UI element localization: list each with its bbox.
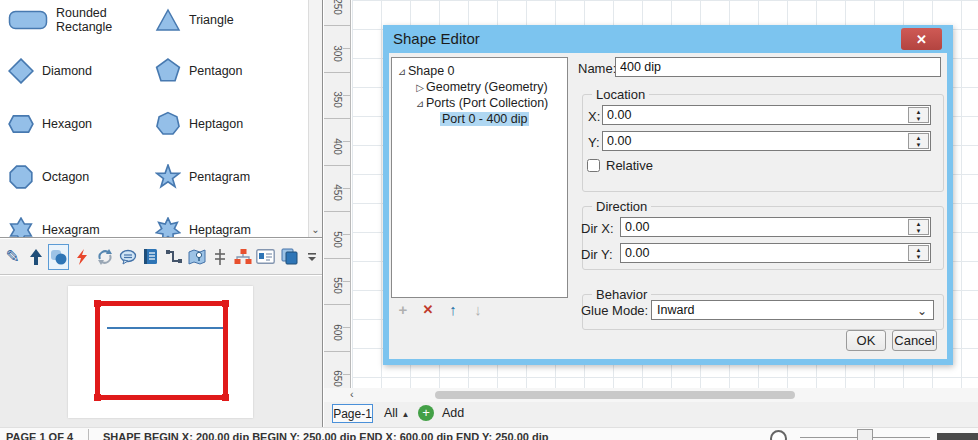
expand-collapse-icon[interactable]: ▷ [414, 80, 426, 96]
line-shape[interactable] [107, 327, 223, 329]
caret-up-icon: ▲ [401, 410, 409, 419]
selected-shape-rectangle[interactable] [95, 301, 228, 400]
palette-item-rounded-rectangle[interactable]: Rounded Rectangle [8, 0, 153, 43]
delete-node-icon[interactable]: ✕ [420, 300, 436, 318]
ok-button[interactable]: OK [846, 330, 886, 351]
add-node-icon[interactable]: + [395, 300, 411, 318]
rounded-rectangle-icon [8, 8, 48, 32]
lightning-icon[interactable] [71, 244, 92, 270]
status-bar: PAGE 1 OF 4 SHAPE BEGIN X: 200.00 dip BE… [0, 427, 978, 440]
name-input[interactable] [620, 59, 936, 75]
sync-icon[interactable] [94, 244, 115, 270]
shape-editor-dialog: Shape Editor ✕ ⊿Shape 0 ▷Geometry (Geome… [383, 25, 953, 365]
connector-icon[interactable] [163, 244, 184, 270]
spinner-up-icon: ▲ [916, 109, 922, 115]
y-spinner[interactable]: ▲▼ [908, 133, 929, 149]
tree-node-ports[interactable]: ⊿Ports (Port Collection) [392, 95, 567, 111]
spinner-down-icon: ▼ [916, 116, 922, 122]
diry-field-wrap: ▲▼ [620, 243, 931, 263]
preview-canvas[interactable] [68, 286, 253, 418]
dirx-field-wrap: ▲▼ [620, 217, 931, 237]
center-guide-icon[interactable] [209, 244, 230, 270]
dialog-body: ⊿Shape 0 ▷Geometry (Geometry) ⊿Ports (Po… [389, 53, 947, 359]
add-page-icon[interactable]: + [418, 405, 434, 421]
shapes-icon[interactable] [48, 244, 69, 270]
expand-collapse-icon[interactable]: ⊿ [414, 96, 426, 112]
y-input[interactable] [607, 133, 902, 149]
diry-spinner[interactable]: ▲▼ [908, 245, 929, 261]
palette-item-octagon[interactable]: Octagon [8, 154, 153, 200]
pentagon-icon [155, 58, 181, 84]
move-up-icon[interactable]: ↑ [445, 300, 461, 318]
spinner-down-icon: ▼ [916, 142, 922, 148]
palette-item-pentagram[interactable]: Pentagram [155, 154, 300, 200]
edit-pencil-icon[interactable]: ✎ [2, 244, 23, 270]
status-separator [88, 429, 89, 440]
tree-node-label: Ports (Port Collection) [426, 96, 548, 110]
glue-mode-select[interactable]: Inward ⌄ [651, 300, 934, 320]
resize-handle-ne[interactable] [222, 300, 229, 307]
palette-item-heptagram[interactable]: Heptagram [155, 207, 300, 238]
scroll-left-icon[interactable]: ‹ [350, 388, 354, 400]
palette-item-triangle[interactable]: Triangle [155, 0, 300, 43]
spinner-down-icon: ▼ [916, 254, 922, 260]
scroll-down-icon[interactable]: ⌄ [309, 224, 322, 235]
palette-item-label: Diamond [42, 64, 92, 78]
dirx-label: Dir X: [581, 221, 614, 236]
contact-card-icon[interactable] [255, 244, 276, 270]
palette-scrollbar[interactable]: ⌄ [308, 0, 322, 237]
x-spinner[interactable]: ▲▼ [908, 107, 929, 123]
relative-checkbox[interactable] [587, 159, 600, 172]
cancel-button[interactable]: Cancel [892, 330, 937, 351]
diry-input[interactable] [625, 245, 902, 261]
triangle-icon [155, 8, 181, 32]
vertical-ruler: 250 300 350 400 450 500 550 600 650 [324, 0, 351, 388]
resize-handle-se[interactable] [222, 394, 229, 401]
tree-node-shape0[interactable]: ⊿Shape 0 [392, 63, 567, 79]
hscroll-thumb[interactable] [435, 391, 795, 399]
palette-item-pentagon[interactable]: Pentagon [155, 48, 300, 94]
ruler-label: 300 [332, 45, 343, 62]
page-filter-dropdown[interactable]: All ▲ [384, 406, 409, 420]
palette-item-label: Hexagon [42, 117, 92, 131]
palette-item-label: Octagon [42, 170, 89, 184]
diry-label: Dir Y: [581, 247, 613, 262]
dialog-titlebar[interactable]: Shape Editor ✕ [383, 25, 953, 53]
ruler-label: 500 [332, 231, 343, 248]
tree-node-port0-selected[interactable]: Port 0 - 400 dip [392, 111, 567, 127]
resize-handle-sw[interactable] [94, 394, 101, 401]
copy-pages-icon[interactable] [278, 244, 299, 270]
palette-item-hexagram[interactable]: Hexagram [8, 207, 153, 238]
tab-page-1[interactable]: Page-1 [332, 404, 373, 423]
tree-node-label: Geometry (Geometry) [426, 80, 548, 94]
palette-item-diamond[interactable]: Diamond [8, 48, 153, 94]
tree-node-label: Shape 0 [408, 64, 455, 78]
overflow-menu-icon[interactable] [301, 244, 322, 270]
x-input[interactable] [607, 107, 902, 123]
zoom-slider-thumb[interactable] [857, 429, 873, 440]
palette-item-hexagon[interactable]: Hexagon [8, 101, 153, 147]
org-chart-icon[interactable] [232, 244, 253, 270]
dirx-spinner[interactable]: ▲▼ [908, 219, 929, 235]
tree-node-geometry[interactable]: ▷Geometry (Geometry) [392, 79, 567, 95]
notebook-icon[interactable] [140, 244, 161, 270]
zoom-lens-icon [770, 430, 787, 440]
shape-info-text: SHAPE BEGIN X: 200.00 dip BEGIN Y: 250.0… [103, 431, 548, 440]
move-down-icon[interactable]: ↓ [470, 300, 486, 318]
app-window: Rounded Rectangle Triangle Diamond Penta… [0, 0, 978, 440]
glue-mode-label: Glue Mode: [581, 303, 648, 318]
behavior-legend: Behavior [592, 287, 651, 302]
add-page-label[interactable]: Add [442, 406, 464, 420]
map-pin-icon[interactable] [186, 244, 207, 270]
x-field-wrap: ▲▼ [602, 105, 931, 125]
horizontal-scrollbar[interactable]: ‹ [324, 388, 978, 402]
y-field-wrap: ▲▼ [602, 131, 931, 151]
comment-icon[interactable] [117, 244, 138, 270]
close-icon[interactable]: ✕ [901, 28, 942, 50]
expand-collapse-icon[interactable]: ⊿ [396, 64, 408, 80]
name-field-wrap [615, 57, 941, 77]
pointer-arrow-icon[interactable] [25, 244, 46, 270]
palette-item-heptagon[interactable]: Heptagon [155, 101, 300, 147]
resize-handle-nw[interactable] [94, 300, 101, 307]
dirx-input[interactable] [625, 219, 902, 235]
